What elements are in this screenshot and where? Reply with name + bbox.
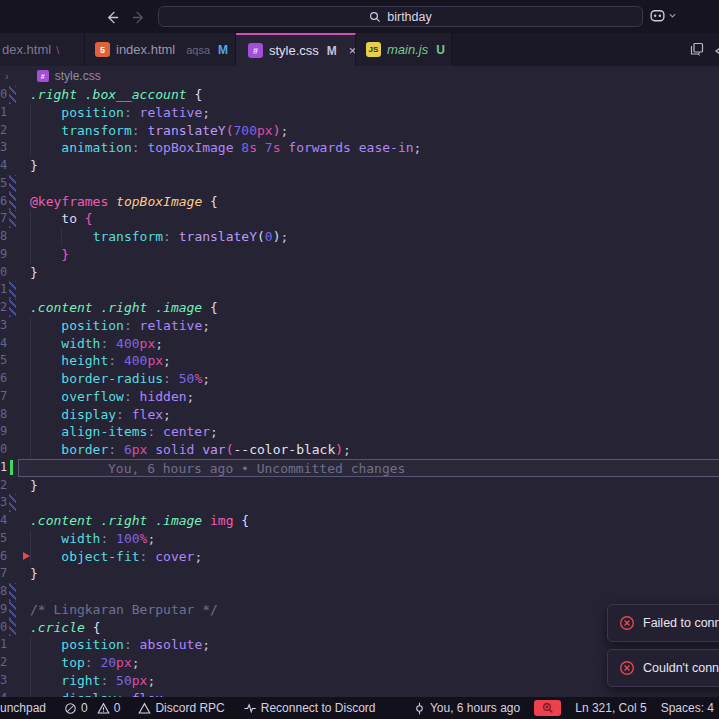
line-number[interactable]: 9 bbox=[0, 246, 9, 264]
code-line[interactable]: 2} bbox=[0, 477, 719, 495]
line-number[interactable]: 8 bbox=[0, 583, 9, 601]
code-line[interactable]: 0} bbox=[0, 264, 719, 282]
code-line[interactable]: 0.right .box__account { bbox=[0, 86, 719, 104]
line-number[interactable]: 0 bbox=[0, 86, 9, 104]
line-number[interactable]: 7 bbox=[0, 210, 9, 228]
line-number[interactable]: 6 bbox=[0, 370, 9, 388]
line-number[interactable]: 2 bbox=[0, 477, 9, 495]
code-line[interactable]: 5 bbox=[0, 175, 719, 193]
code-line[interactable]: 3 position: relative; bbox=[0, 317, 719, 335]
code-line[interactable]: 1You, 6 hours ago • Uncommitted changes bbox=[0, 459, 719, 477]
line-number[interactable]: 2 bbox=[0, 654, 9, 672]
status-cursor-position[interactable]: Ln 321, Col 5 bbox=[575, 701, 646, 715]
tab-main-js[interactable]: JS main.js U bbox=[356, 33, 452, 66]
status-indentation[interactable]: Spaces: 4 bbox=[661, 701, 714, 715]
js-file-icon: JS bbox=[366, 42, 381, 57]
code-line[interactable]: 4.content .right .image img { bbox=[0, 512, 719, 530]
line-number[interactable]: 5 bbox=[0, 175, 9, 193]
pulse-icon bbox=[243, 702, 257, 715]
chevron-down-icon[interactable] bbox=[668, 11, 677, 20]
code-line[interactable]: 7 overflow: hidden; bbox=[0, 388, 719, 406]
line-number[interactable]: 8 bbox=[0, 228, 9, 246]
code-line[interactable]: 6 object-fit: cover; bbox=[0, 548, 719, 566]
commit-icon bbox=[413, 702, 426, 715]
partial-action-icon[interactable] bbox=[711, 43, 719, 59]
copilot-icon[interactable] bbox=[649, 7, 666, 24]
error-count-icon bbox=[64, 702, 77, 715]
code-line[interactable]: 3 animation: topBoxImage 8s 7s forwards … bbox=[0, 139, 719, 157]
notification-toast[interactable]: Failed to conne bbox=[607, 604, 719, 642]
zoom-badge[interactable] bbox=[534, 700, 561, 716]
code-line[interactable]: 9 } bbox=[0, 246, 719, 264]
vscode-window: birthday dex.html \ 5 index.html aqsa M … bbox=[0, 0, 719, 719]
code-line[interactable]: 8 transform: translateY(0); bbox=[0, 228, 719, 246]
code-line[interactable]: 1 bbox=[0, 281, 719, 299]
status-problems[interactable]: 0 0 bbox=[64, 701, 120, 715]
code-line[interactable]: 7 to { bbox=[0, 210, 719, 228]
line-number[interactable]: 4 bbox=[0, 335, 9, 353]
code-line[interactable]: 6 border-radius: 50%; bbox=[0, 370, 719, 388]
status-reconnect-discord[interactable]: Reconnect to Discord bbox=[243, 701, 376, 715]
code-line[interactable]: 4 display: flex; bbox=[0, 690, 719, 698]
code-line[interactable]: 5 height: 400px; bbox=[0, 352, 719, 370]
line-number[interactable]: 3 bbox=[0, 317, 9, 335]
line-number[interactable]: 4 bbox=[0, 690, 9, 698]
line-number[interactable]: 0 bbox=[0, 441, 9, 459]
status-git-blame[interactable]: You, 6 hours ago bbox=[413, 701, 520, 715]
git-modified-gutter-icon bbox=[9, 175, 16, 193]
line-number[interactable]: 6 bbox=[0, 548, 9, 566]
code-line[interactable]: 2 transform: translateY(700px); bbox=[0, 122, 719, 140]
code-line[interactable]: 8 display: flex; bbox=[0, 406, 719, 424]
line-number[interactable]: 7 bbox=[0, 388, 9, 406]
code-line[interactable]: 4} bbox=[0, 157, 719, 175]
code-line[interactable]: 1 position: relative; bbox=[0, 104, 719, 122]
line-number[interactable]: 1 bbox=[0, 636, 9, 654]
compare-changes-icon[interactable] bbox=[689, 41, 705, 57]
code-line[interactable]: 0 border: 6px solid var(--color-black); bbox=[0, 441, 719, 459]
close-tab-icon[interactable]: × bbox=[349, 43, 356, 58]
back-arrow-icon[interactable] bbox=[103, 8, 121, 26]
code-line[interactable]: 9 align-items: center; bbox=[0, 423, 719, 441]
gutter-spacer bbox=[9, 406, 18, 424]
code-line[interactable]: 2.content .right .image { bbox=[0, 299, 719, 317]
command-center-search[interactable]: birthday bbox=[158, 6, 643, 27]
line-number[interactable]: 9 bbox=[0, 601, 9, 619]
code-line[interactable]: 3 bbox=[0, 494, 719, 512]
breadcrumb[interactable]: › # style.css bbox=[0, 66, 719, 86]
line-number[interactable]: 1 bbox=[0, 459, 9, 477]
tab-style-css[interactable]: # style.css M × bbox=[236, 33, 356, 66]
tab-label: index.html bbox=[116, 42, 175, 57]
forward-arrow-icon[interactable] bbox=[129, 8, 147, 26]
line-number[interactable]: 1 bbox=[0, 104, 9, 122]
code-line[interactable]: 6@keyframes topBoxImage { bbox=[0, 193, 719, 211]
line-number[interactable]: 0 bbox=[0, 264, 9, 282]
line-number[interactable]: 3 bbox=[0, 672, 9, 690]
line-number[interactable]: 0 bbox=[0, 619, 9, 637]
status-launchpad[interactable]: unchpad bbox=[0, 701, 46, 715]
line-number[interactable]: 3 bbox=[0, 139, 9, 157]
code-line[interactable]: 5 width: 100%; bbox=[0, 530, 719, 548]
line-number[interactable]: 4 bbox=[0, 512, 9, 530]
line-number[interactable]: 7 bbox=[0, 565, 9, 583]
line-number[interactable]: 6 bbox=[0, 193, 9, 211]
line-number[interactable]: 2 bbox=[0, 299, 9, 317]
line-number[interactable]: 8 bbox=[0, 406, 9, 424]
status-discord-rpc[interactable]: Discord RPC bbox=[138, 701, 224, 715]
notification-toast[interactable]: Couldn't conne bbox=[607, 649, 719, 687]
line-number[interactable]: 4 bbox=[0, 157, 9, 175]
line-number[interactable]: 1 bbox=[0, 281, 9, 299]
line-number[interactable]: 5 bbox=[0, 352, 9, 370]
code-line[interactable]: 8 bbox=[0, 583, 719, 601]
tab-index-html[interactable]: 5 index.html aqsa M bbox=[85, 33, 236, 66]
line-number[interactable]: 2 bbox=[0, 122, 9, 140]
line-number[interactable]: 5 bbox=[0, 530, 9, 548]
code-line[interactable]: 4 width: 400px; bbox=[0, 335, 719, 353]
tab-bar: dex.html \ 5 index.html aqsa M # style.c… bbox=[0, 33, 719, 66]
gutter-spacer bbox=[9, 548, 18, 566]
code-line[interactable]: 7} bbox=[0, 565, 719, 583]
line-number[interactable]: 3 bbox=[0, 494, 9, 512]
git-modified-gutter-icon bbox=[9, 193, 16, 211]
line-number[interactable]: 9 bbox=[0, 423, 9, 441]
gutter-spacer bbox=[9, 370, 18, 388]
tab-index-html-cut[interactable]: dex.html \ bbox=[0, 33, 85, 66]
